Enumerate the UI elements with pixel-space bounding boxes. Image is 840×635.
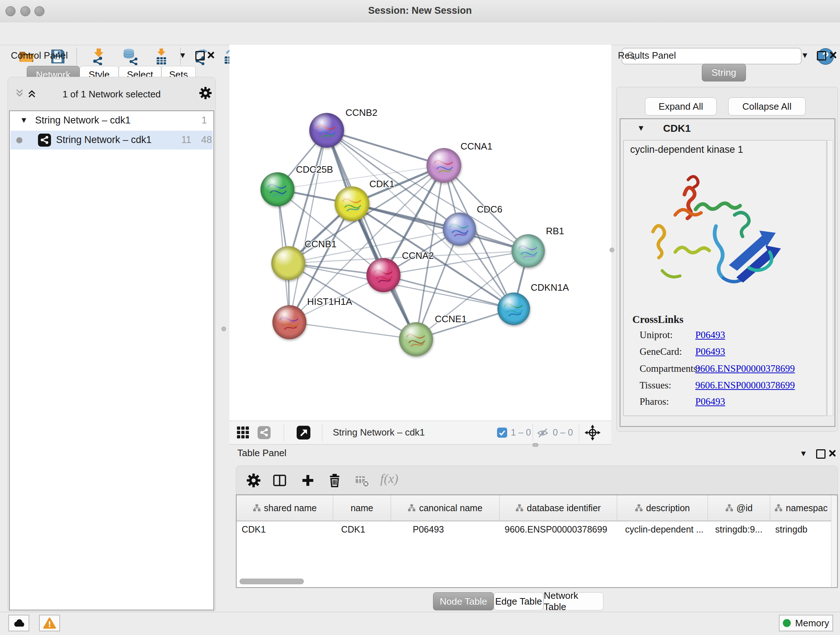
network-tree-row-selected[interactable]: String Network – cdk1 11 48 (11, 131, 213, 149)
birdseye-view-icon[interactable] (297, 426, 310, 440)
crosslink-genecard-link[interactable]: P06493 (695, 346, 725, 357)
horizontal-scrollbar-thumb[interactable] (240, 578, 304, 584)
network-collection-label: String Network – cdk1 (35, 115, 131, 126)
table-panel-float-icon[interactable] (816, 449, 826, 459)
string-results-container: Expand All Collapse All ▼ CDK1 cyclin-de… (616, 87, 838, 432)
network-view-mode-icon[interactable] (257, 426, 271, 439)
control-panel-menu-icon[interactable]: ▼ (179, 51, 187, 60)
column-header-shared-name[interactable]: shared name (237, 495, 333, 521)
network-selection-status: 1 of 1 Network selected (8, 89, 215, 100)
title-bar: Session: New Session (0, 0, 840, 23)
column-header-description[interactable]: description (617, 495, 708, 521)
tab-string[interactable]: String (702, 64, 746, 81)
table-vertical-scrollbar[interactable] (831, 495, 837, 587)
grid-view-icon[interactable] (237, 426, 249, 439)
crosslink-pharos-link[interactable]: P06493 (695, 396, 725, 407)
protein-structure-image (638, 159, 790, 304)
column-header-namespace[interactable]: namespac (770, 495, 832, 521)
protein-card-collapse-icon[interactable]: ▼ (637, 124, 645, 133)
memory-status-dot-icon (783, 619, 791, 627)
network-type-icon (38, 134, 51, 147)
tree-expander-icon[interactable]: ▼ (20, 116, 28, 125)
right-splitter-handle[interactable] (609, 248, 614, 252)
cell-canonical-name: P06493 (391, 521, 500, 538)
control-panel-float-icon[interactable] (195, 51, 205, 60)
column-header-name[interactable]: name (333, 495, 391, 521)
shared-column-icon (408, 504, 416, 512)
network-node-CDK1[interactable] (335, 187, 369, 221)
network-edge[interactable] (289, 130, 327, 322)
cell-name: CDK1 (333, 521, 391, 538)
network-node-CCNA2[interactable] (366, 258, 401, 292)
shared-column-icon (635, 504, 643, 512)
network-canvas[interactable]: CCNB2CCNA1CDC25BCDK1CDC6RB1CCNB1CCNA2CDK… (229, 45, 611, 421)
results-panel-float-icon[interactable] (817, 51, 826, 60)
horizontal-splitter-handle[interactable] (532, 443, 538, 447)
network-edge[interactable] (327, 130, 444, 165)
column-header-id[interactable]: @id (708, 495, 770, 521)
control-panel-close-icon[interactable] (207, 51, 215, 59)
tab-network-table[interactable]: Network Table (543, 592, 603, 610)
left-splitter-handle[interactable] (221, 326, 226, 331)
network-node-CCNA1[interactable] (426, 148, 461, 183)
crosslink-label: Uniprot: (639, 329, 673, 340)
results-scrollbar[interactable] (827, 140, 833, 416)
results-panel-title: Results Panel (618, 50, 676, 61)
network-options-gear-icon[interactable] (199, 87, 212, 100)
crosslink-compartments-link[interactable]: 9606.ENSP00000378699 (695, 363, 795, 374)
node-label-CDC6: CDC6 (477, 204, 502, 215)
node-label-CCNA2: CCNA2 (402, 250, 434, 261)
collapse-all-button[interactable]: Collapse All (728, 97, 806, 116)
shared-column-icon (253, 504, 261, 512)
delete-column-trash-icon[interactable] (327, 472, 342, 488)
crosslink-tissues-link[interactable]: 9606.ENSP00000378699 (695, 380, 795, 391)
cloud-services-button[interactable] (8, 615, 29, 631)
column-header-database-identifier[interactable]: database identifier (500, 495, 617, 521)
results-panel-close-icon[interactable] (829, 51, 837, 59)
network-node-HIST1H1A[interactable] (272, 305, 306, 339)
network-node-CCNB1[interactable] (271, 246, 305, 280)
column-header-canonical-name[interactable]: canonical name (391, 495, 500, 521)
status-bar: Memory (0, 612, 840, 635)
network-node-CCNB2[interactable] (309, 113, 344, 148)
table-options-gear-icon[interactable] (246, 473, 261, 488)
network-edge[interactable] (289, 322, 416, 339)
create-column-plus-icon[interactable] (301, 473, 315, 488)
delete-table-icon (355, 475, 370, 488)
table-row[interactable]: CDK1 CDK1 P06493 9606.ENSP00000378699 cy… (237, 521, 832, 538)
network-node-count: 11 (181, 134, 191, 146)
crosslink-row: Tissues: (639, 380, 671, 391)
function-builder-button[interactable]: f(x) (380, 471, 398, 486)
network-node-CDKN1A[interactable] (497, 293, 530, 325)
cell-database-identifier: 9606.ENSP00000378699 (500, 521, 617, 538)
network-node-CDC25B[interactable] (261, 172, 294, 206)
shared-column-icon (515, 504, 523, 512)
network-node-CDC6[interactable] (443, 212, 476, 246)
network-edge[interactable] (327, 130, 416, 339)
warning-triangle-icon (43, 617, 56, 629)
fit-content-crosshair-icon[interactable] (584, 424, 600, 440)
table-panel-close-icon[interactable] (829, 449, 836, 457)
crosslink-uniprot-link[interactable]: P06493 (695, 329, 725, 340)
expand-all-button[interactable]: Expand All (645, 97, 717, 116)
table-panel-title: Table Panel (237, 448, 286, 459)
node-label-RB1: RB1 (546, 226, 564, 236)
network-node-RB1[interactable] (512, 234, 545, 268)
network-node-CCNE1[interactable] (399, 322, 433, 356)
crosslink-row: Compartments: (639, 363, 699, 374)
hidden-nodes-eye-icon[interactable] (537, 428, 548, 439)
memory-button[interactable]: Memory (779, 615, 833, 631)
network-tree-root-row[interactable]: ▼ String Network – cdk1 1 (10, 114, 213, 130)
tab-node-table[interactable]: Node Table (433, 592, 494, 610)
cloud-icon (12, 618, 25, 629)
show-columns-icon[interactable] (272, 473, 287, 488)
warnings-button[interactable] (39, 615, 60, 631)
selected-nodes-checkbox-icon[interactable] (497, 428, 507, 438)
table-toolbar: f(x) (236, 466, 838, 494)
protein-result-card: ▼ CDK1 cyclin-dependent kinase 1 (620, 119, 835, 427)
table-panel-menu-icon[interactable]: ▼ (799, 449, 807, 458)
crosslink-label: Tissues: (639, 380, 671, 391)
results-panel-menu-icon[interactable]: ▼ (801, 51, 809, 60)
tab-edge-table[interactable]: Edge Table (494, 592, 543, 610)
node-table: shared name name canonical name database… (236, 494, 838, 588)
